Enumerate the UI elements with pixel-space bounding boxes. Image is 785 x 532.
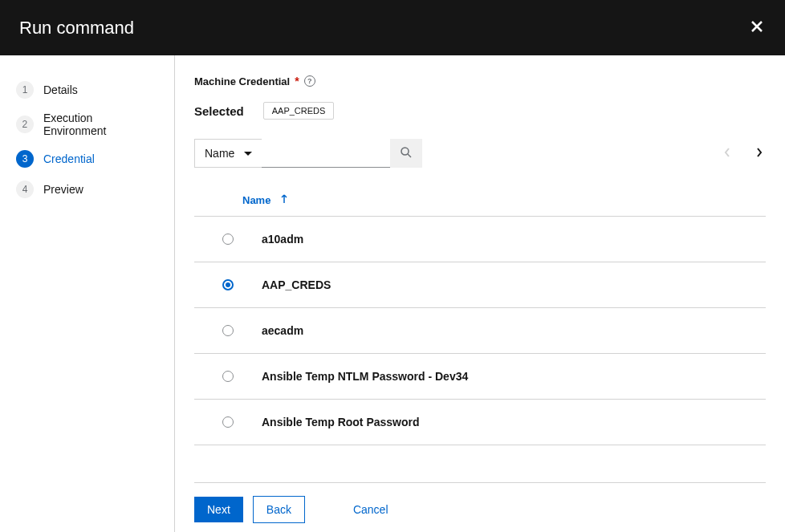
selected-chip[interactable]: AAP_CREDS — [263, 102, 335, 120]
radio-button[interactable] — [222, 325, 234, 336]
step-number: 3 — [16, 150, 34, 168]
modal-header: Run command — [0, 0, 785, 55]
table-row[interactable]: a10adm — [194, 217, 766, 262]
step-label: Execution Environment — [43, 112, 158, 137]
next-page-button[interactable] — [753, 144, 766, 163]
search-row: Name — [194, 139, 766, 168]
step-label: Credential — [43, 152, 95, 165]
field-label-row: Machine Credential * ? — [194, 75, 766, 87]
table-row[interactable]: Ansible Temp Root Password — [194, 400, 766, 445]
back-button[interactable]: Back — [253, 496, 305, 523]
wizard-footer: Next Back Cancel — [194, 482, 766, 532]
credential-name: Ansible Temp Root Password — [242, 416, 420, 428]
close-button[interactable] — [748, 16, 766, 39]
prev-page-button[interactable] — [721, 144, 734, 163]
required-indicator: * — [295, 75, 299, 87]
radio-button[interactable] — [222, 279, 234, 290]
svg-line-1 — [408, 154, 411, 157]
next-button[interactable]: Next — [194, 497, 243, 522]
sort-ascending-icon — [280, 193, 288, 206]
step-execution-environment[interactable]: 2 Execution Environment — [13, 105, 161, 144]
chevron-left-icon — [724, 148, 730, 160]
help-icon[interactable]: ? — [304, 75, 315, 87]
radio-button[interactable] — [222, 371, 234, 382]
step-number: 4 — [16, 181, 34, 198]
selected-label: Selected — [194, 104, 244, 118]
selected-row: Selected AAP_CREDS — [194, 102, 766, 120]
cancel-button[interactable]: Cancel — [353, 503, 388, 516]
step-number: 2 — [16, 116, 34, 133]
table-row[interactable]: AAP_CREDS — [194, 262, 766, 308]
search-input[interactable] — [262, 139, 390, 168]
step-details[interactable]: 1 Details — [13, 75, 161, 105]
field-label: Machine Credential — [194, 75, 290, 87]
svg-point-0 — [401, 148, 409, 155]
radio-button[interactable] — [222, 234, 234, 245]
caret-down-icon — [244, 152, 252, 156]
table-row[interactable]: Ansible Temp NTLM Password - Dev34 — [194, 354, 766, 400]
search-icon — [401, 147, 412, 160]
credential-name: a10adm — [242, 233, 303, 246]
step-label: Preview — [43, 183, 83, 196]
step-credential[interactable]: 3 Credential — [13, 144, 161, 174]
close-icon — [751, 19, 763, 35]
modal-title: Run command — [19, 18, 134, 39]
credential-name: AAP_CREDS — [242, 278, 331, 291]
table-header: Name — [194, 184, 766, 217]
column-header-name[interactable]: Name — [242, 193, 288, 206]
step-preview[interactable]: 4 Preview — [13, 174, 161, 205]
content-area: Machine Credential * ? Selected AAP_CRED… — [175, 55, 785, 532]
radio-button[interactable] — [222, 416, 234, 428]
step-label: Details — [43, 83, 78, 96]
filter-dropdown[interactable]: Name — [194, 139, 262, 168]
table-row[interactable]: aecadm — [194, 308, 766, 354]
wizard-sidebar: 1 Details 2 Execution Environment 3 Cred… — [0, 55, 175, 532]
step-number: 1 — [16, 81, 34, 99]
credential-name: Ansible Temp NTLM Password - Dev34 — [242, 370, 468, 383]
chevron-right-icon — [756, 148, 763, 160]
filter-label: Name — [205, 147, 234, 160]
search-button[interactable] — [390, 139, 422, 168]
credential-name: aecadm — [242, 324, 303, 337]
